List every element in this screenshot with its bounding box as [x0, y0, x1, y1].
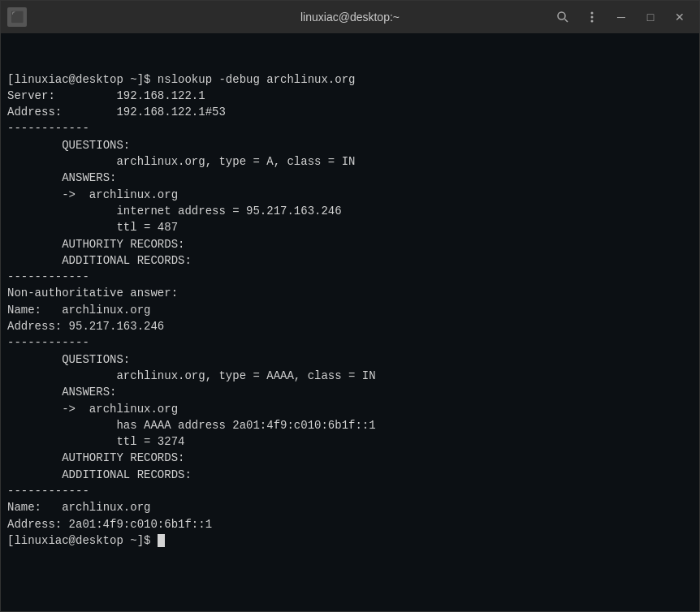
svg-point-0 [558, 12, 565, 19]
terminal-line: AUTHORITY RECORDS: [7, 236, 693, 252]
terminal-line: ------------ [7, 120, 693, 136]
terminal-body[interactable]: [linuxiac@desktop ~]$ nslookup -debug ar… [1, 33, 699, 611]
svg-point-4 [591, 20, 594, 23]
terminal-line: has AAAA address 2a01:4f9:c010:6b1f::1 [7, 417, 693, 433]
titlebar: ⬛ linuxiac@desktop:~ ─ □ ✕ [1, 1, 699, 33]
terminal-line: ------------ [7, 269, 693, 285]
terminal-line: [linuxiac@desktop ~]$ [7, 532, 693, 549]
terminal-cursor [158, 534, 165, 547]
terminal-line: Address: 192.168.122.1#53 [7, 104, 693, 120]
terminal-line: -> archlinux.org [7, 401, 693, 417]
terminal-line: archlinux.org, type = A, class = IN [7, 153, 693, 170]
terminal-line: ------------ [7, 483, 693, 499]
terminal-line: QUESTIONS: [7, 351, 693, 368]
svg-line-1 [565, 19, 568, 23]
terminal-line: ------------ [7, 334, 693, 351]
search-button[interactable] [550, 6, 576, 28]
svg-point-3 [591, 16, 594, 19]
terminal-line: archlinux.org, type = AAAA, class = IN [7, 368, 693, 384]
terminal-line: Server: 192.168.122.1 [7, 88, 693, 104]
terminal-icon: ⬛ [7, 7, 27, 27]
terminal-line: ttl = 3274 [7, 433, 693, 450]
terminal-line: Name: archlinux.org [7, 499, 693, 515]
terminal-line: Address: 2a01:4f9:c010:6b1f::1 [7, 516, 693, 532]
terminal-line: ADDITIONAL RECORDS: [7, 467, 693, 483]
window-title: linuxiac@desktop:~ [300, 11, 400, 24]
minimize-button[interactable]: ─ [608, 6, 634, 28]
terminal-line: internet address = 95.217.163.246 [7, 203, 693, 219]
terminal-line: Address: 95.217.163.246 [7, 318, 693, 334]
terminal-line: ANSWERS: [7, 170, 693, 186]
svg-point-2 [591, 12, 594, 15]
menu-button[interactable] [579, 6, 605, 28]
terminal-line: Non-authoritative answer: [7, 285, 693, 301]
close-button[interactable]: ✕ [667, 6, 693, 28]
terminal-window: ⬛ linuxiac@desktop:~ ─ □ ✕ [linuxia [0, 0, 700, 612]
terminal-line: [linuxiac@desktop ~]$ nslookup -debug ar… [7, 71, 693, 88]
terminal-line: ttl = 487 [7, 219, 693, 235]
terminal-line: AUTHORITY RECORDS: [7, 450, 693, 466]
terminal-line: Name: archlinux.org [7, 302, 693, 318]
terminal-line: QUESTIONS: [7, 137, 693, 153]
maximize-button[interactable]: □ [637, 6, 663, 28]
window-controls: ─ □ ✕ [550, 6, 693, 28]
terminal-line: -> archlinux.org [7, 187, 693, 203]
titlebar-left: ⬛ [7, 7, 27, 27]
terminal-line: ADDITIONAL RECORDS: [7, 252, 693, 269]
terminal-line: ANSWERS: [7, 384, 693, 400]
